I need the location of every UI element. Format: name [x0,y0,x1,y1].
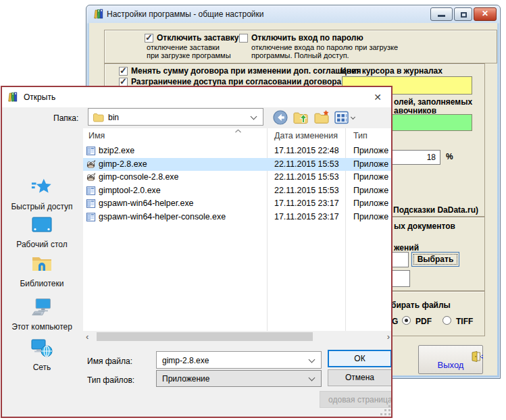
horizontal-scrollbar[interactable]: ‹ › [83,332,393,342]
dadata-note: Подсказки DaData.ru) [393,205,478,215]
desktop-icon [31,214,53,236]
open-dialog: Открыть ✕ Папка: bin Быстрый доступРабоч… [1,86,393,418]
minimize-icon [438,15,445,17]
codepage-button-clipped: одовая страница. [320,391,393,408]
file-row[interactable]: gimp-console-2.8.exe22.11.2015 15:53Прил… [83,171,393,184]
file-type-label: Тип файлов: [87,375,134,385]
resize-grip[interactable] [380,413,382,415]
file-list: Имя Дата изменения Тип bzip2.exe17.11.20… [83,128,393,331]
fill-color-label-line1: олей, заполняемых [394,97,472,107]
screen: Настройки программы - общие настройки ✕ … [0,0,506,420]
sidebar-item-network[interactable]: Сеть [2,337,82,373]
cancel-button[interactable]: Отмена [328,369,392,386]
this-pc-icon [31,296,53,318]
cursor-color-label: Цвет курсора в журналах [340,66,442,76]
sort-ascending-icon [234,129,242,133]
view-menu-caret-icon [351,115,355,120]
minimize-button[interactable] [430,7,453,21]
file-name-label: Имя файла: [87,357,132,366]
folder-combobox[interactable]: bin [88,108,263,126]
file-type: Приложе [353,212,388,221]
exe-file-icon [86,146,96,156]
file-row[interactable]: gspawn-win64-helper.exe17.11.2015 23:17П… [83,197,393,211]
file-date: 17.11.2015 22:48 [274,146,339,155]
chevron-down-icon [309,375,315,382]
checkbox-disable-splash[interactable] [145,34,153,43]
scrollbar-thumb[interactable] [97,332,313,341]
file-type: Приложе [353,172,388,182]
scroll-left-icon[interactable]: ‹ [86,332,88,342]
places-sidebar: Быстрый доступРабочий столБиблиотекиЭтот… [2,129,82,418]
file-name: gspawn-win64-helper-console.exe [99,212,226,221]
exe-file-icon [86,212,96,222]
radio-pdf-label: PDF [415,317,432,326]
gimp-file-icon [86,159,96,169]
up-one-level-button[interactable] [293,109,309,126]
file-row[interactable]: gspawn-win64-helper-console.exe17.11.201… [83,211,393,224]
settings-window-title: Настройки программы - общие настройки [107,9,263,19]
ok-button[interactable]: ОК [328,350,392,367]
collect-files-label-fragment: бирать файлы [391,300,451,310]
scroll-right-icon[interactable]: › [387,332,390,342]
file-date: 22.11.2015 15:53 [274,172,339,182]
sidebar-item-desktop[interactable]: Рабочий стол [2,214,82,250]
file-name-value: gimp-2.8.exe [162,356,209,365]
file-date: 17.11.2015 23:17 [274,212,339,221]
attachments-label-fragment: жений [394,243,419,253]
radio-tiff-label: TIFF [456,317,473,326]
file-type: Приложе [353,146,388,155]
checkbox-disable-splash-label: Отключить заставку [157,33,238,43]
file-type-combobox[interactable]: Приложение [156,370,322,387]
file-row[interactable]: bzip2.exe17.11.2015 22:48Приложе [83,145,393,158]
file-name-combobox[interactable]: gimp-2.8.exe [156,351,322,369]
chevron-down-icon [309,357,315,363]
documents-header-fragment: ых документов [394,221,455,231]
folder-label: Папка: [53,113,78,123]
checkbox-change-amount[interactable] [119,67,128,76]
exit-button[interactable]: Выход [418,345,483,374]
file-row[interactable]: gimptool-2.0.exe22.11.2015 15:53Приложе [83,184,393,198]
file-type: Приложе [353,186,388,195]
password-subtext-1: отключение входа по паролю при загрузке [251,43,398,51]
file-name: gimp-2.8.exe [99,159,147,169]
file-row[interactable]: gimp-2.8.exe22.11.2015 15:53Приложе [83,158,393,172]
sidebar-item-this-pc[interactable]: Этот компьютер [2,296,82,332]
exit-door-icon [445,348,458,359]
column-header-name[interactable]: Имя [88,131,105,140]
splash-subtext-1: отключение заставки [147,43,220,51]
splash-subtext-2: при загрузке программы [147,51,231,59]
exe-file-icon [86,186,96,196]
checkbox-access-control-label: Разграничение доступа при согласовании д… [131,77,341,86]
file-name: bzip2.exe [99,146,134,155]
password-subtext-2: программы. Полный доступ. [251,51,349,59]
column-header-type[interactable]: Тип [353,131,368,140]
radio-pdf[interactable] [402,316,411,325]
folder-icon [93,111,104,123]
sidebar-item-label: Рабочий стол [16,240,67,249]
checkbox-disable-password[interactable] [239,34,248,43]
percent-unit-label: % [446,152,453,161]
radio-tiff[interactable] [442,316,451,325]
sidebar-item-label: Быстрый доступ [11,202,72,211]
sidebar-item-label: Сеть [33,363,51,372]
view-menu-button[interactable] [334,111,349,124]
file-type-value: Приложение [162,374,209,384]
radio-jpg-label-fragment: G [392,317,398,326]
file-date: 22.11.2015 15:53 [274,186,339,195]
maximize-button[interactable] [454,7,472,21]
file-date: 22.11.2015 15:53 [274,159,339,169]
app-books-icon [93,8,105,20]
new-folder-button[interactable] [313,109,330,126]
sidebar-item-quick-access[interactable]: Быстрый доступ [2,176,82,212]
close-button[interactable]: ✕ [474,7,497,21]
back-button[interactable] [272,109,288,126]
dialog-close-icon[interactable]: ✕ [370,90,386,105]
choose-button[interactable]: Выбрать [411,252,459,267]
file-date: 17.11.2015 23:17 [274,199,339,208]
folder-combobox-value: bin [108,113,119,122]
quick-access-icon [31,176,53,198]
gimp-file-icon [86,172,96,182]
column-header-date[interactable]: Дата изменения [274,131,338,140]
sidebar-item-libraries[interactable]: Библиотеки [2,253,82,289]
libraries-icon [31,253,53,275]
